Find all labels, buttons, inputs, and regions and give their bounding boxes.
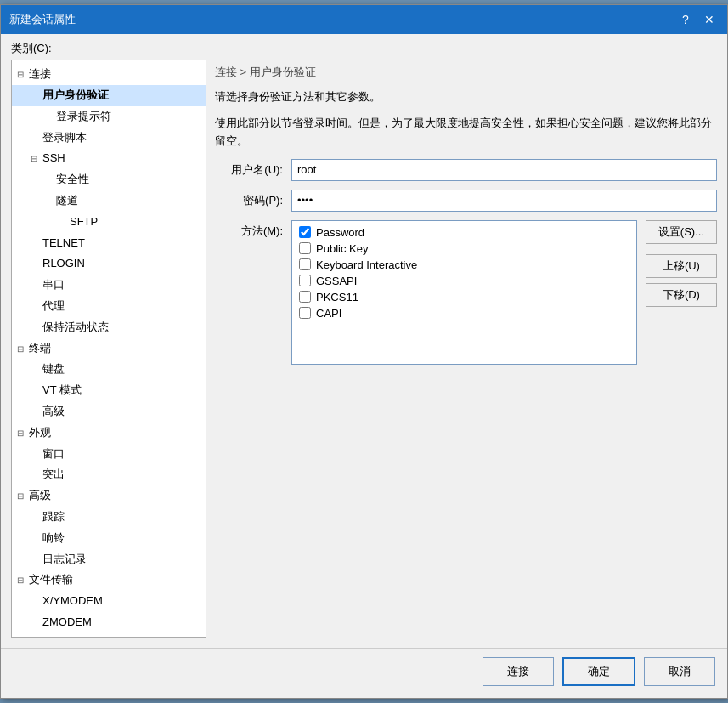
tree-item-telnet[interactable]: TELNET — [12, 233, 206, 254]
method-capi[interactable]: CAPI — [299, 307, 629, 320]
method-gssapi[interactable]: GSSAPI — [299, 275, 629, 287]
method-keyboard-interactive[interactable]: Keyboard Interactive — [299, 258, 629, 271]
tree-item-rlogin[interactable]: RLOGIN — [12, 253, 206, 275]
tree-item-proxy[interactable]: 代理 — [12, 296, 206, 317]
tree-item-serial[interactable]: 串口 — [12, 275, 206, 296]
tree-item-window[interactable]: 窗口 — [12, 444, 206, 465]
username-input[interactable] — [291, 159, 717, 181]
method-checkbox-capi[interactable] — [299, 307, 311, 319]
method-checkbox-public-key[interactable] — [299, 242, 311, 254]
tree-item-connection[interactable]: ⊟ 连接 — [12, 64, 206, 85]
method-checkbox-pkcs11[interactable] — [299, 291, 311, 303]
breadcrumb: 连接 > 用户身份验证 — [215, 60, 717, 80]
method-checkbox-gssapi[interactable] — [299, 275, 311, 286]
content-panel: 连接 > 用户身份验证 请选择身份验证方法和其它参数。 使用此部分以节省登录时间… — [215, 60, 717, 638]
username-label: 用户名(U): — [215, 162, 283, 178]
tree-item-keyboard[interactable]: 键盘 — [12, 359, 206, 380]
method-label-gssapi: GSSAPI — [316, 275, 357, 287]
tree-item-trace[interactable]: 跟踪 — [12, 507, 206, 528]
password-label: 密码(P): — [215, 193, 283, 208]
bottom-bar: 连接 确定 取消 — [1, 648, 727, 698]
method-checkbox-keyboard-interactive[interactable] — [299, 258, 311, 270]
tree-item-security[interactable]: 安全性 — [12, 169, 206, 190]
username-row: 用户名(U): — [215, 159, 717, 181]
close-button[interactable]: ✕ — [700, 10, 719, 29]
tree-item-log[interactable]: 日志记录 — [12, 549, 206, 570]
tree-item-terminal[interactable]: ⊟ 终端 — [12, 338, 206, 360]
main-area: ⊟ 连接 用户身份验证 登录提示符 登录脚本⊟ SSH 安全性 隧道 SFTP … — [1, 60, 727, 648]
dialog-window: 新建会话属性 ? ✕ 类别(C): ⊟ 连接 用户身份验证 登录提示符 登录脚本… — [0, 4, 728, 699]
method-label-keyboard-interactive: Keyboard Interactive — [316, 258, 417, 271]
method-label: 方法(M): — [215, 220, 283, 239]
method-row: 方法(M): PasswordPublic KeyKeyboard Intera… — [215, 220, 717, 365]
tree-item-xymodem[interactable]: X/YMODEM — [12, 591, 206, 612]
method-public-key[interactable]: Public Key — [299, 242, 629, 255]
help-button[interactable]: ? — [676, 10, 695, 29]
tree-item-login-script[interactable]: 登录脚本 — [12, 128, 206, 149]
form-section: 用户名(U): 密码(P): 方法(M): PasswordPublic Key… — [215, 159, 717, 365]
password-input[interactable] — [291, 190, 717, 212]
tree-item-tunnel[interactable]: 隧道 — [12, 190, 206, 212]
tree-item-keepalive[interactable]: 保持活动状态 — [12, 317, 206, 338]
dialog-body: 类别(C): ⊟ 连接 用户身份验证 登录提示符 登录脚本⊟ SSH 安全性 隧… — [1, 34, 727, 698]
method-buttons: 设置(S)... 上移(U) 下移(D) — [646, 220, 717, 307]
desc-text-1: 请选择身份验证方法和其它参数。 — [215, 88, 717, 106]
tree-item-advanced2[interactable]: ⊟ 高级 — [12, 485, 206, 507]
settings-button[interactable]: 设置(S)... — [646, 220, 717, 244]
tree-item-advanced[interactable]: 高级 — [12, 401, 206, 422]
tree-item-appearance[interactable]: ⊟ 外观 — [12, 422, 206, 444]
password-row: 密码(P): — [215, 190, 717, 212]
dialog-title: 新建会话属性 — [9, 12, 76, 27]
method-password[interactable]: Password — [299, 226, 629, 239]
tree-item-login-prompt[interactable]: 登录提示符 — [12, 106, 206, 128]
title-bar: 新建会话属性 ? ✕ — [1, 5, 727, 34]
method-label-pkcs11: PKCS11 — [316, 291, 358, 303]
tree-item-vt-mode[interactable]: VT 模式 — [12, 380, 206, 401]
tree-item-sftp[interactable]: SFTP — [12, 212, 206, 233]
category-label: 类别(C): — [1, 34, 727, 60]
ok-button[interactable]: 确定 — [562, 657, 635, 686]
tree-item-ssh[interactable]: ⊟ SSH — [12, 148, 206, 169]
tree-item-highlight[interactable]: 突出 — [12, 464, 206, 485]
tree-item-zmodem[interactable]: ZMODEM — [12, 612, 206, 633]
connect-button[interactable]: 连接 — [483, 657, 554, 686]
tree-item-bell[interactable]: 响铃 — [12, 528, 206, 549]
desc-text-2: 使用此部分以节省登录时间。但是，为了最大限度地提高安全性，如果担心安全问题，建议… — [215, 115, 717, 150]
cancel-button[interactable]: 取消 — [644, 657, 715, 686]
method-label-password: Password — [316, 226, 364, 239]
move-down-button[interactable]: 下移(D) — [646, 283, 717, 307]
tree-panel: ⊟ 连接 用户身份验证 登录提示符 登录脚本⊟ SSH 安全性 隧道 SFTP … — [11, 60, 206, 638]
tree-item-file-transfer[interactable]: ⊟ 文件传输 — [12, 570, 206, 591]
tree-item-user-auth[interactable]: 用户身份验证 — [12, 85, 206, 106]
move-up-button[interactable]: 上移(U) — [646, 254, 717, 278]
method-label-capi: CAPI — [316, 307, 341, 320]
method-box: PasswordPublic KeyKeyboard InteractiveGS… — [291, 220, 637, 365]
method-label-public-key: Public Key — [316, 242, 368, 255]
method-checkbox-password[interactable] — [299, 226, 311, 238]
method-pkcs11[interactable]: PKCS11 — [299, 291, 629, 303]
title-controls: ? ✕ — [676, 10, 719, 29]
